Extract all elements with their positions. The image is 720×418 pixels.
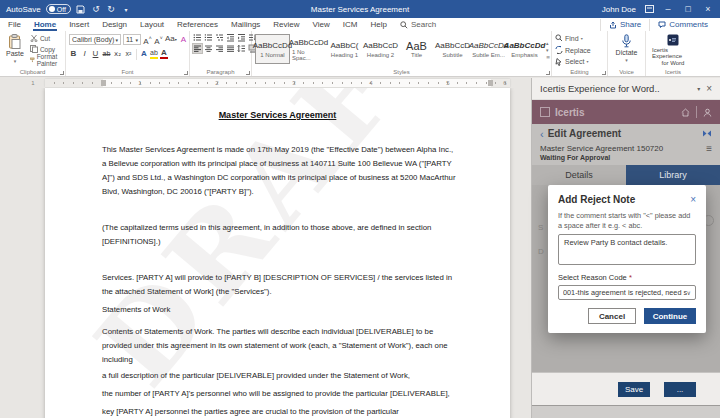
decrease-indent-icon[interactable] <box>226 33 235 42</box>
styles-scroll-up-icon[interactable]: ▴ <box>546 40 550 46</box>
ribbon-tab[interactable]: Layout <box>139 19 165 31</box>
ribbon-tab[interactable]: Review <box>272 19 300 31</box>
ribbon-tab[interactable]: References <box>176 19 219 31</box>
dictate-button[interactable]: Dictate ▾ <box>613 33 641 67</box>
increase-indent-icon[interactable] <box>237 33 246 42</box>
font-size-combo[interactable]: 11 ▾ <box>123 34 141 45</box>
numbering-icon[interactable] <box>204 33 213 42</box>
document-paragraph[interactable]: (The capitalized terms used in this agre… <box>102 221 458 249</box>
editing-dialog-launcher-icon[interactable] <box>602 71 606 75</box>
continue-button[interactable]: Continue <box>644 308 696 324</box>
document-heading[interactable]: Master Services Agreement <box>45 110 510 120</box>
reason-code-select[interactable]: 001-this agreement is rejected, need som… <box>558 285 696 300</box>
shrink-font-button[interactable]: A˅ <box>154 33 163 47</box>
align-right-icon[interactable] <box>215 44 224 53</box>
home-icon[interactable] <box>681 108 690 117</box>
document-paragraph[interactable]: Statements of Work <box>102 303 458 317</box>
comments-button[interactable]: Comments <box>649 19 716 31</box>
document-paragraph[interactable]: a full description of the particular [DE… <box>102 369 458 383</box>
underline-button[interactable]: U <box>91 49 100 59</box>
subscript-button[interactable]: x₂ <box>113 49 122 59</box>
ribbon-tab[interactable]: Insert <box>68 19 90 31</box>
task-pane-close-icon[interactable]: × <box>706 83 712 94</box>
reject-note-input[interactable]: Review Party B contact details. <box>558 234 696 265</box>
styles-gallery-expand-icon[interactable]: ≡ <box>546 54 550 60</box>
style-card[interactable]: AaBbCcD Subtitle <box>435 34 470 64</box>
ribbon-display-options-icon[interactable] <box>644 3 654 15</box>
style-card[interactable]: AaBbCcDd 1 No Spac... <box>291 34 326 64</box>
paste-dropdown-icon[interactable]: ▾ <box>14 58 17 64</box>
document-paragraph[interactable]: Services. [PARTY A] will provide to [PAR… <box>102 271 458 299</box>
pane-tab[interactable]: Library <box>626 165 720 185</box>
italic-button[interactable]: I <box>80 49 89 59</box>
paste-button[interactable]: Paste ▾ <box>3 33 27 67</box>
right-indent-marker[interactable] <box>488 80 493 86</box>
document-paragraph[interactable]: key [PARTY A] personnel the parties agre… <box>102 405 458 418</box>
format-painter-button[interactable]: Format Painter <box>30 55 62 65</box>
line-spacing-icon[interactable] <box>237 44 246 53</box>
undo-icon[interactable]: ↺ <box>91 3 101 15</box>
superscript-button[interactable]: x² <box>124 49 133 59</box>
close-icon[interactable]: × <box>702 3 714 15</box>
highlight-color-button[interactable]: ab <box>150 49 158 59</box>
ribbon-tab[interactable]: File <box>7 19 22 31</box>
change-case-button[interactable]: Aa▾ <box>165 34 177 45</box>
ribbon-tab[interactable]: View <box>312 19 331 31</box>
user-profile-icon[interactable] <box>703 108 712 117</box>
redo-icon[interactable]: ↻ <box>106 3 116 15</box>
pane-tab[interactable]: Details <box>532 165 626 185</box>
search-box[interactable]: Search <box>400 20 436 29</box>
justify-icon[interactable] <box>226 44 235 53</box>
align-center-icon[interactable] <box>204 44 213 53</box>
paragraph-dialog-launcher-icon[interactable] <box>246 71 250 75</box>
qat-customize-icon[interactable]: ▾ <box>121 3 131 15</box>
bold-button[interactable]: B <box>69 49 78 59</box>
multilevel-list-icon[interactable] <box>215 33 224 42</box>
hamburger-menu-icon[interactable]: ≡ <box>706 144 712 154</box>
dictate-dropdown-icon[interactable]: ▾ <box>625 57 628 63</box>
font-color-button[interactable]: A <box>160 49 168 59</box>
styles-scroll-down-icon[interactable]: ▾ <box>546 47 550 53</box>
ribbon-tab[interactable]: Design <box>101 19 128 31</box>
style-card[interactable]: AaBbC( Heading 1 <box>327 34 362 64</box>
save-button[interactable]: Save <box>618 382 650 397</box>
document-page[interactable]: DRAFT Master Services Agreement This Mas… <box>45 88 510 418</box>
style-card[interactable]: AaBbCcDd Subtle Em... <box>471 34 506 64</box>
ribbon-tab[interactable]: Help <box>369 19 387 31</box>
ribbon-tab[interactable]: Mailings <box>230 19 261 31</box>
find-button[interactable]: Find ▾ <box>555 33 591 44</box>
cancel-button[interactable]: Cancel <box>588 308 636 324</box>
document-paragraph[interactable]: Contents of Statements of Work. The part… <box>102 325 458 367</box>
autosave-toggle[interactable]: Off <box>46 4 71 14</box>
document-paragraph[interactable]: the number of [PARTY A]'s personnel who … <box>102 387 458 401</box>
save-icon[interactable] <box>76 3 86 15</box>
minimize-icon[interactable]: – <box>662 3 674 15</box>
left-indent-marker[interactable] <box>101 80 106 86</box>
replace-button[interactable]: Replace <box>555 45 591 56</box>
maximize-icon[interactable]: □ <box>682 3 694 15</box>
strikethrough-button[interactable]: ab <box>102 49 111 59</box>
clear-formatting-button[interactable]: A <box>179 35 188 45</box>
cut-button[interactable]: Cut <box>30 33 62 43</box>
clipboard-dialog-launcher-icon[interactable] <box>60 71 64 75</box>
task-pane-menu-icon[interactable]: ▾ <box>697 85 700 92</box>
style-card[interactable]: AaBbCcDd Emphasis <box>507 34 542 64</box>
style-card[interactable]: AaBbCcDd 1 Normal <box>255 34 290 64</box>
user-name[interactable]: John Doe <box>602 5 636 14</box>
bullets-icon[interactable] <box>193 33 202 42</box>
document-paragraph[interactable]: This Master Services Agreement is made o… <box>102 143 458 199</box>
ribbon-tab[interactable]: ICM <box>342 19 359 31</box>
grow-font-button[interactable]: A˄ <box>143 33 152 47</box>
select-button[interactable]: Select ▾ <box>555 56 591 67</box>
share-button[interactable]: Share <box>600 19 649 31</box>
horizontal-ruler[interactable]: 1123456 <box>45 79 510 87</box>
font-family-combo[interactable]: Calibri (Body) ▾ <box>69 34 121 45</box>
style-card[interactable]: AaBbCcD Heading 2 <box>363 34 398 64</box>
icertis-experience-button[interactable]: Icertis Experience for Word <box>649 33 697 67</box>
ribbon-tab[interactable]: Home <box>33 19 57 31</box>
dialog-close-icon[interactable]: × <box>690 194 696 205</box>
more-actions-button[interactable]: ... <box>664 382 696 397</box>
styles-dialog-launcher-icon[interactable] <box>546 71 550 75</box>
back-chevron-icon[interactable]: ‹ <box>540 128 544 140</box>
popout-icon[interactable] <box>702 129 712 138</box>
